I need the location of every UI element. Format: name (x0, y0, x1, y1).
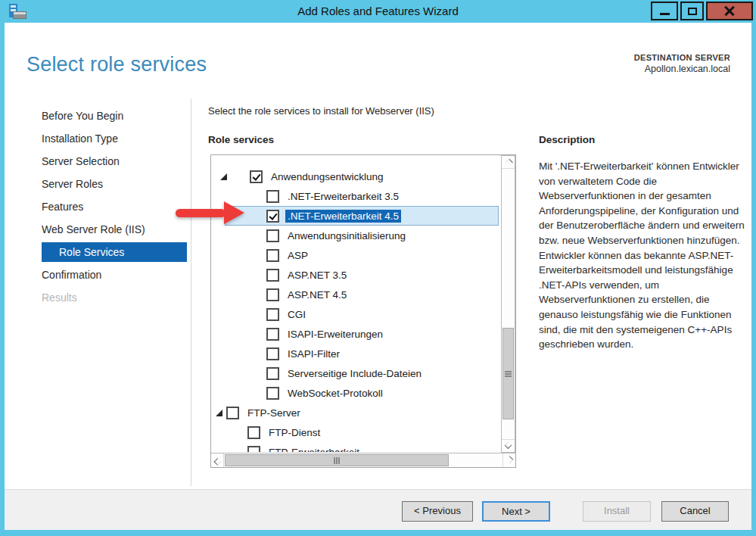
tree-item[interactable]: Serverseitige Include-Dateien (212, 363, 500, 383)
destination-server-block: DESTINATION SERVER Apollon.lexican.local (634, 53, 730, 74)
role-services-tree: Anwendungsentwicklung .NET-Erweiterbarke… (212, 156, 500, 452)
tree-item-label: .NET-Erweiterbarkeit 4.5 (285, 210, 401, 223)
checkbox[interactable] (266, 328, 279, 341)
minimize-icon (660, 13, 670, 15)
sidebar-item-confirmation[interactable]: Confirmation (5, 263, 191, 286)
checkbox[interactable] (266, 367, 279, 380)
tree-item[interactable]: ISAPI-Filter (212, 344, 500, 363)
window-controls (649, 2, 753, 20)
tree-item[interactable]: ASP.NET 3.5 (212, 265, 500, 285)
sidebar-item-installation-type[interactable]: Installation Type (5, 127, 191, 150)
close-button[interactable] (706, 2, 753, 20)
wizard-nav: Before You Begin Installation Type Serve… (5, 104, 191, 309)
window-title: Add Roles and Features Wizard (0, 0, 756, 23)
checkbox[interactable] (266, 269, 279, 282)
tree-item[interactable]: FTP-Erweiterbarkeit (212, 442, 500, 452)
page-title: Select role services (26, 53, 207, 76)
sidebar-item-server-selection[interactable]: Server Selection (5, 150, 191, 173)
scroll-right-button[interactable] (502, 453, 515, 467)
tree-item[interactable]: Anwendungsinitialisierung (212, 226, 500, 245)
role-services-list: Anwendungsentwicklung .NET-Erweiterbarke… (210, 154, 516, 468)
tree-item[interactable]: ASP.NET 4.5 (212, 285, 500, 304)
role-services-label: Role services (208, 134, 274, 145)
checkbox[interactable] (247, 446, 260, 453)
titlebar: Add Roles and Features Wizard (0, 0, 756, 23)
tree-item-selected[interactable]: .NET-Erweiterbarkeit 4.5 (212, 206, 500, 226)
footer-bar: < Previous Next > Install Cancel (5, 489, 751, 530)
horizontal-scroll-thumb[interactable] (225, 454, 449, 466)
tree-item[interactable]: WebSocket-Protokoll (212, 383, 500, 403)
checkbox[interactable] (266, 190, 279, 203)
tree-item-label: FTP-Server (247, 407, 300, 419)
tree-item[interactable]: FTP-Server (212, 403, 500, 422)
horizontal-scrollbar[interactable] (211, 453, 515, 467)
checkbox[interactable] (266, 210, 279, 223)
tree-item-label: Serverseitige Include-Dateien (288, 368, 422, 379)
expander-icon[interactable] (213, 410, 224, 416)
scroll-down-button[interactable] (502, 439, 515, 452)
chevron-right-icon (506, 456, 513, 463)
checkbox[interactable] (226, 407, 239, 419)
description-text: Mit '.NET-Erweiterbarkeit' können Entwic… (539, 159, 749, 352)
tree-item-label: ASP.NET 4.5 (288, 289, 347, 301)
tree-item-label: Anwendungsentwicklung (271, 171, 384, 182)
thumb-grip-icon (334, 457, 340, 464)
install-button: Install (583, 501, 651, 522)
tree-item-label: .NET-Erweiterbarkeit 3.5 (288, 191, 399, 202)
tree-item-label: ISAPI-Filter (288, 348, 340, 360)
destination-server-label: DESTINATION SERVER (634, 53, 730, 62)
tree-item-label: Anwendungsinitialisierung (288, 230, 406, 242)
tree-item[interactable]: Anwendungsentwicklung (212, 167, 500, 186)
maximize-button[interactable] (680, 2, 704, 20)
minimize-button[interactable] (651, 2, 678, 20)
tree-item-label: FTP-Dienst (269, 427, 320, 438)
vertical-scrollbar[interactable] (501, 155, 515, 453)
sidebar-item-features[interactable]: Features (5, 195, 191, 218)
tree-item[interactable]: CGI (212, 304, 500, 324)
tree-item-label: ASP.NET 3.5 (288, 270, 347, 281)
checkbox[interactable] (266, 249, 279, 262)
chevron-left-icon (213, 457, 221, 465)
tree-item-label: CGI (288, 309, 306, 320)
nav-divider (191, 98, 191, 486)
checkbox[interactable] (247, 426, 260, 439)
tree-item[interactable]: FTP-Dienst (212, 422, 500, 442)
chevron-down-icon (505, 441, 512, 449)
tree-item-label: WebSocket-Protokoll (288, 388, 383, 399)
checkbox[interactable] (266, 387, 279, 400)
thumb-grip-icon (505, 371, 512, 377)
scroll-left-button[interactable] (211, 453, 224, 467)
checkbox[interactable] (266, 229, 279, 242)
checkbox[interactable] (266, 347, 279, 360)
expander-icon[interactable] (218, 173, 229, 180)
wizard-body: Select role services DESTINATION SERVER … (5, 23, 751, 530)
checkbox[interactable] (266, 288, 279, 301)
tree-item-label: ASP (288, 250, 308, 261)
destination-server-name: Apollon.lexican.local (634, 64, 730, 74)
sidebar-item-results: Results (5, 286, 191, 309)
tree-item-label: ISAPI-Erweiterungen (288, 329, 383, 340)
sidebar-item-web-server-role-iis[interactable]: Web Server Role (IIS) (5, 218, 191, 241)
cancel-button[interactable]: Cancel (661, 501, 729, 522)
sidebar-item-server-roles[interactable]: Server Roles (5, 173, 191, 195)
scroll-up-button[interactable] (502, 156, 515, 169)
tree-item-label: FTP-Erweiterbarkeit (269, 447, 359, 453)
sidebar-item-before-you-begin[interactable]: Before You Begin (5, 104, 191, 127)
previous-button[interactable]: < Previous (402, 501, 473, 522)
wizard-window: Add Roles and Features Wizard Select rol… (0, 0, 756, 536)
checkbox[interactable] (266, 308, 279, 321)
tree-item[interactable]: ISAPI-Erweiterungen (212, 324, 500, 344)
maximize-icon (688, 8, 697, 15)
next-button[interactable]: Next > (482, 501, 550, 522)
description-title: Description (539, 134, 595, 145)
sidebar-item-role-services[interactable]: Role Services (42, 242, 187, 262)
tree-item[interactable]: .NET-Erweiterbarkeit 3.5 (212, 186, 500, 206)
chevron-up-icon (506, 158, 513, 166)
vertical-scroll-thumb[interactable] (502, 328, 514, 419)
checkbox[interactable] (250, 170, 263, 183)
tree-item[interactable]: ASP (212, 245, 500, 265)
instruction-text: Select the role services to install for … (208, 105, 434, 117)
